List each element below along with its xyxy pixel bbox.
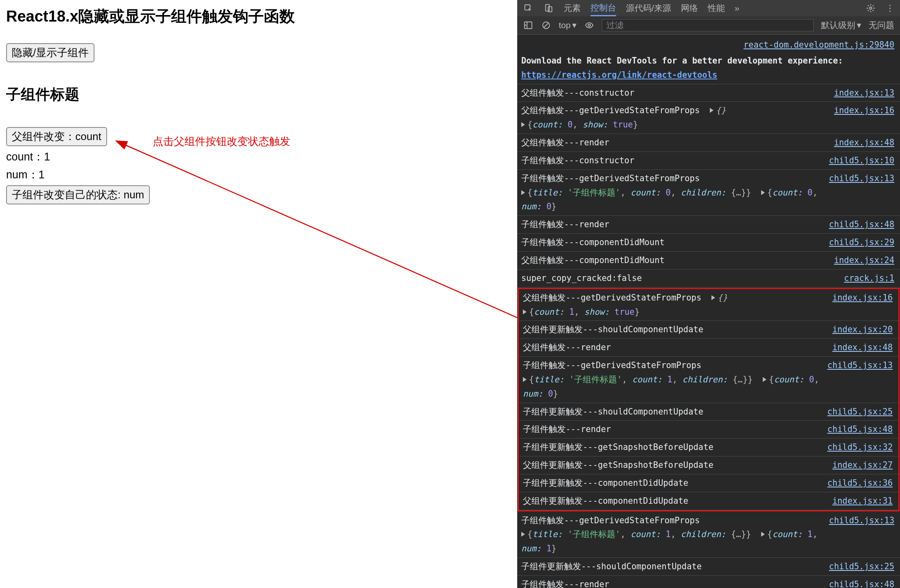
devtools-banner: Download the React DevTools for a better… [517, 52, 900, 84]
log-src-link[interactable]: child5.jsx:48 [829, 577, 894, 588]
parent-change-count-button[interactable]: 父组件改变：count [6, 127, 107, 146]
count-value-label: count：1 [6, 149, 511, 164]
console-log-row: 父组件触发---constructorindex.jsx:13 [517, 84, 900, 102]
log-src-link[interactable]: index.jsx:48 [834, 136, 894, 150]
log-src-link[interactable]: child5.jsx:48 [828, 422, 893, 437]
console-log-row: 子组件触发---getDerivedStateFromProps{title: … [519, 357, 898, 403]
child-component-title: 子组件标题 [6, 85, 511, 105]
console-log-row: 子组件触发---getDerivedStateFromProps{title: … [517, 170, 900, 216]
devtools-tab-bar: 元素 控制台 源代码/来源 网络 性能 » ⋮ [517, 0, 900, 16]
log-src-link[interactable]: react-dom.development.js:29840 [744, 38, 894, 52]
app-page: React18.x隐藏或显示子组件触发钩子函数 隐藏/显示子组件 子组件标题 父… [0, 0, 517, 588]
log-src-link[interactable]: child5.jsx:48 [829, 217, 894, 232]
console-log-row: 子组件触发---componentDidMountchild5.jsx:29 [517, 234, 900, 252]
console-log-row: 父组件更新触发---componentDidUpdateindex.jsx:31 [519, 492, 898, 510]
log-src-link[interactable]: index.jsx:16 [832, 291, 893, 319]
tab-elements[interactable]: 元素 [564, 2, 581, 14]
console-log-row: 父组件触发---renderindex.jsx:48 [519, 339, 898, 357]
log-src-link[interactable]: index.jsx:16 [834, 103, 894, 132]
log-src-link[interactable]: crack.js:1 [844, 271, 894, 285]
toggle-child-button[interactable]: 隐藏/显示子组件 [6, 43, 94, 62]
settings-gear-icon[interactable] [865, 3, 876, 13]
console-log-row: 父组件触发---getDerivedStateFromProps {}{coun… [519, 289, 898, 321]
console-log-row: 子组件触发---constructorchild5.jsx:10 [517, 152, 900, 170]
log-src-link[interactable]: child5.jsx:13 [828, 358, 893, 401]
console-toolbar: top ▾ 过滤 默认级别 ▾ 无问题 [517, 16, 900, 35]
log-src-link[interactable]: child5.jsx:32 [828, 440, 893, 454]
log-src-link[interactable]: child5.jsx:10 [829, 154, 894, 168]
more-tabs-icon[interactable]: » [735, 3, 740, 13]
console-sidebar-toggle-icon[interactable] [523, 20, 533, 31]
device-toolbar-icon[interactable] [543, 3, 554, 13]
num-value-label: num：1 [6, 167, 511, 182]
console-log-row: 子组件触发---renderchild5.jsx:48 [517, 576, 900, 588]
log-src-link[interactable]: child5.jsx:13 [829, 513, 894, 556]
log-src-link[interactable]: index.jsx:31 [832, 494, 893, 508]
devtools-menu-icon[interactable]: ⋮ [886, 3, 894, 13]
issues-status[interactable]: 无问题 [869, 20, 894, 31]
tab-performance[interactable]: 性能 [708, 2, 725, 14]
tab-network[interactable]: 网络 [681, 2, 698, 14]
log-src-link[interactable]: child5.jsx:36 [828, 476, 893, 490]
log-src-link[interactable]: index.jsx:13 [834, 86, 894, 100]
filter-input[interactable]: 过滤 [602, 19, 814, 31]
log-src-link[interactable]: child5.jsx:13 [829, 171, 894, 214]
highlighted-log-group: 父组件触发---getDerivedStateFromProps {}{coun… [518, 288, 900, 511]
log-source-link-row: react-dom.development.js:29840 [517, 35, 900, 52]
inspect-element-icon[interactable] [523, 3, 533, 13]
console-log-row: 父组件更新触发---shouldComponentUpdateindex.jsx… [519, 321, 898, 339]
console-log-row: 父组件触发---renderindex.jsx:48 [517, 134, 900, 152]
log-src-link[interactable]: index.jsx:27 [832, 458, 893, 472]
page-title: React18.x隐藏或显示子组件触发钩子函数 [6, 6, 511, 27]
child-change-num-button[interactable]: 子组件改变自己的状态: num [6, 185, 150, 204]
svg-line-9 [544, 23, 549, 28]
console-log-row: 子组件更新触发---componentDidUpdatechild5.jsx:3… [519, 474, 898, 492]
svg-point-5 [869, 7, 872, 9]
log-src-link[interactable]: index.jsx:24 [834, 253, 894, 268]
console-log-row: super_copy_cracked:falsecrack.js:1 [517, 270, 900, 287]
console-log-row: 子组件触发---renderchild5.jsx:48 [517, 216, 900, 234]
console-log-row: 子组件更新触发---shouldComponentUpdatechild5.js… [519, 403, 898, 421]
console-log-row: 子组件更新触发---shouldComponentUpdatechild5.js… [517, 558, 900, 576]
svg-point-10 [588, 24, 590, 26]
console-log-row: 子组件更新触发---getSnapshotBeforeUpdatechild5.… [519, 439, 898, 456]
devtools-panel: 元素 控制台 源代码/来源 网络 性能 » ⋮ top ▾ 过滤 默认级别 ▾ … [517, 0, 900, 588]
tab-sources[interactable]: 源代码/来源 [626, 2, 671, 14]
svg-rect-3 [546, 4, 549, 11]
log-src-link[interactable]: child5.jsx:25 [829, 559, 894, 574]
log-src-link[interactable]: index.jsx:20 [832, 323, 893, 337]
console-log-row: 父组件更新触发---getSnapshotBeforeUpdateindex.j… [519, 456, 898, 474]
clear-console-icon[interactable] [541, 20, 551, 31]
chevron-down-icon: ▾ [572, 20, 577, 30]
console-log-row: 父组件触发---getDerivedStateFromProps {}{coun… [517, 102, 900, 134]
tab-console[interactable]: 控制台 [590, 0, 616, 16]
log-src-link[interactable]: child5.jsx:25 [828, 405, 893, 419]
console-log-row: 父组件触发---componentDidMountindex.jsx:24 [517, 252, 900, 270]
log-level-selector[interactable]: 默认级别 ▾ [821, 20, 861, 31]
context-selector[interactable]: top ▾ [559, 20, 577, 30]
chevron-down-icon: ▾ [857, 20, 861, 30]
log-src-link[interactable]: index.jsx:48 [832, 340, 893, 355]
annotation-text: 点击父组件按钮改变状态触发 [153, 134, 290, 149]
live-expression-icon[interactable] [584, 20, 595, 31]
log-src-link[interactable]: child5.jsx:29 [829, 235, 894, 250]
console-log-row: 子组件触发---renderchild5.jsx:48 [519, 421, 898, 439]
console-log-row: 子组件触发---getDerivedStateFromProps{title: … [517, 512, 900, 558]
react-devtools-link[interactable]: https://reactjs.org/link/react-devtools [521, 70, 717, 80]
console-log-area: react-dom.development.js:29840 Download … [517, 35, 900, 588]
